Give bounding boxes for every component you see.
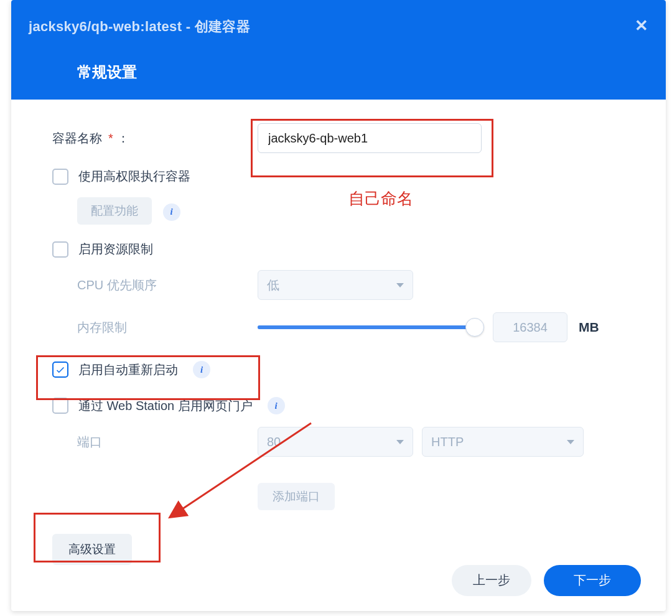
row-auto-restart: 启用自动重新启动 i	[52, 361, 628, 378]
memory-limit-label: 内存限制	[77, 319, 258, 336]
annotation-text-rename: 自己命名	[348, 188, 413, 210]
web-station-label: 通过 Web Station 启用网页门户	[78, 398, 253, 414]
cpu-priority-label: CPU 优先顺序	[77, 277, 258, 294]
prev-button[interactable]: 上一步	[452, 565, 531, 596]
check-icon	[55, 364, 66, 375]
container-name-input[interactable]	[258, 123, 482, 153]
row-privileged: 使用高权限执行容器	[52, 168, 628, 185]
chevron-down-icon	[396, 283, 404, 287]
add-port-button[interactable]: 添加端口	[258, 483, 335, 510]
row-memory-limit: 内存限制 16384 MB	[77, 312, 628, 342]
dialog: jacksky6/qb-web:latest - 创建容器 ✕ 常规设置 容器名…	[11, 0, 666, 611]
protocol-value: HTTP	[431, 435, 464, 449]
config-capabilities-button[interactable]: 配置功能	[77, 197, 152, 225]
slider-thumb[interactable]	[465, 318, 484, 337]
port-label: 端口	[77, 434, 258, 450]
container-name-label: 容器名称	[52, 130, 102, 147]
close-button[interactable]: ✕	[635, 16, 648, 35]
resource-limit-label: 启用资源限制	[78, 241, 153, 258]
row-add-port: 添加端口	[258, 469, 628, 510]
dialog-body: 容器名称 * ： 使用高权限执行容器 配置功能 i	[11, 100, 666, 611]
required-asterisk: *	[108, 131, 113, 146]
chevron-down-icon	[567, 440, 574, 444]
privileged-checkbox[interactable]	[52, 169, 68, 185]
container-name-colon: ：	[117, 130, 129, 147]
cpu-priority-select[interactable]: 低	[258, 270, 413, 300]
auto-restart-checkbox[interactable]	[52, 362, 68, 378]
info-icon[interactable]: i	[268, 397, 285, 414]
slider-fill	[258, 325, 482, 329]
cpu-priority-value: 低	[267, 277, 279, 294]
auto-restart-label: 启用自动重新启动	[78, 362, 178, 378]
memory-value-box[interactable]: 16384	[493, 312, 567, 342]
dialog-footer: 上一步 下一步	[11, 555, 666, 611]
port-select[interactable]: 80	[258, 427, 413, 457]
row-web-station: 通过 Web Station 启用网页门户 i	[52, 397, 628, 414]
row-container-name: 容器名称 * ：	[52, 123, 628, 153]
image-path-title: jacksky6/qb-web:latest - 创建容器	[29, 0, 648, 36]
chevron-down-icon	[396, 440, 404, 444]
memory-unit: MB	[579, 320, 599, 335]
next-button[interactable]: 下一步	[544, 565, 641, 596]
dialog-header: jacksky6/qb-web:latest - 创建容器 ✕ 常规设置	[11, 0, 666, 100]
port-value: 80	[267, 435, 281, 449]
privileged-label: 使用高权限执行容器	[78, 168, 190, 185]
row-resource-limit: 启用资源限制	[52, 241, 628, 258]
info-icon[interactable]: i	[163, 203, 180, 221]
section-title: 常规设置	[77, 62, 137, 82]
web-station-checkbox[interactable]	[52, 398, 68, 414]
row-cpu-priority: CPU 优先顺序 低	[77, 270, 628, 300]
memory-slider[interactable]	[258, 318, 482, 337]
row-port: 端口 80 HTTP	[77, 427, 628, 457]
info-icon[interactable]: i	[193, 361, 210, 378]
protocol-select[interactable]: HTTP	[422, 427, 584, 457]
resource-limit-checkbox[interactable]	[52, 241, 68, 258]
